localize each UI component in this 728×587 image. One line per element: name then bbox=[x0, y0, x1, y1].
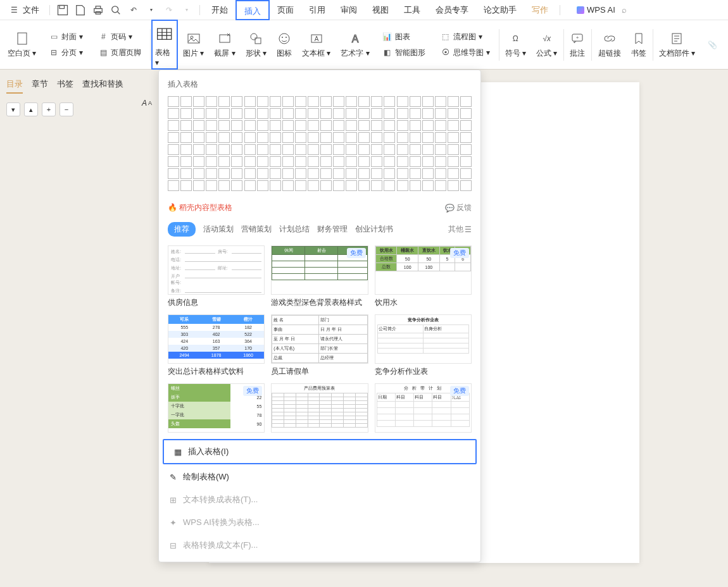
font-icon: A bbox=[142, 99, 147, 108]
tab-bookmark[interactable]: 书签 bbox=[57, 78, 73, 94]
pagenum-icon: # bbox=[98, 32, 108, 42]
template-card[interactable]: 产品费用预算表 bbox=[271, 383, 368, 433]
wordart-button[interactable]: A 艺术字 ▾ bbox=[336, 20, 374, 70]
equation-button[interactable]: √x 公式 ▾ bbox=[531, 20, 562, 70]
tab-find[interactable]: 查找和替换 bbox=[82, 78, 123, 94]
smartart-icon: ◧ bbox=[382, 47, 392, 58]
file-menu[interactable]: 文件 bbox=[23, 4, 39, 16]
cat-business[interactable]: 创业计划书 bbox=[355, 224, 393, 235]
flowchart-button[interactable]: ⬚流程图 ▾ bbox=[438, 30, 485, 44]
bookmark-button[interactable]: 书签 bbox=[626, 20, 651, 70]
pagenum-button[interactable]: #页码 ▾ bbox=[96, 30, 135, 44]
tab-toc[interactable]: 目录 bbox=[6, 78, 23, 94]
section-icon: ⊟ bbox=[49, 47, 59, 58]
template-card[interactable]: 可乐雪碧橙汁5552781823034025224241633644203571… bbox=[168, 314, 265, 377]
draw-table-option[interactable]: ✎ 绘制表格(W) bbox=[159, 466, 480, 488]
menu-icon[interactable]: ☰ bbox=[8, 4, 20, 16]
shape-label: 形状 ▾ bbox=[246, 48, 267, 59]
comment-button[interactable]: + 批注 bbox=[565, 20, 590, 70]
template-card[interactable]: 免费 饮用水桶装水直饮水饮水X²型合格数505056总数100100 饮用水 bbox=[375, 245, 472, 308]
undo-icon[interactable]: ↶ bbox=[127, 4, 140, 16]
cat-other[interactable]: 其他 ☰ bbox=[448, 224, 472, 235]
menu-page[interactable]: 页面 bbox=[270, 0, 301, 20]
template-card[interactable]: 姓 名部门事由日 月 年 日至 月 年 日请永代理人(本人写名)部门长管总裁总经… bbox=[271, 314, 368, 377]
collapse-up-icon[interactable]: ▴ bbox=[24, 102, 38, 116]
insert-table-option[interactable]: ▦ 插入表格(I) bbox=[163, 439, 477, 464]
cover-button[interactable]: ▭封面 ▾ bbox=[46, 30, 85, 44]
template-preview: 产品费用预算表 bbox=[271, 383, 368, 433]
template-preview: 姓名:房号: 电话: 地址:邮址: 开户帐号: 备注: bbox=[168, 245, 265, 295]
free-badge: 免费 bbox=[450, 386, 469, 396]
icon-label: 图标 bbox=[277, 48, 292, 59]
wps-ai-button[interactable]: WPS AI ⌕ bbox=[577, 5, 627, 15]
template-name: 供房信息 bbox=[168, 297, 265, 308]
menu-reference[interactable]: 引用 bbox=[301, 0, 333, 20]
free-badge: 免费 bbox=[347, 248, 366, 258]
collapse-down-icon[interactable]: ▾ bbox=[6, 102, 20, 116]
header-footer-button[interactable]: ▤页眉页脚 bbox=[96, 46, 144, 59]
template-card[interactable]: 免费 休闲射击797775516289841237545175604884140… bbox=[271, 245, 368, 308]
table-to-text-icon: ⊟ bbox=[168, 540, 178, 550]
template-card[interactable]: 免费 分 析 带 计 划日期科目科目科目汇总 bbox=[375, 383, 472, 433]
menu-view[interactable]: 视图 bbox=[365, 0, 396, 20]
symbol-button[interactable]: Ω 符号 ▾ bbox=[500, 20, 531, 70]
chart-button[interactable]: 📊图表 bbox=[380, 30, 413, 44]
wps-ai-label: WPS AI bbox=[587, 5, 615, 15]
search-icon[interactable]: ⌕ bbox=[622, 5, 627, 15]
menu-paper[interactable]: 论文助手 bbox=[476, 0, 524, 20]
font-indicator[interactable]: AA bbox=[142, 99, 152, 108]
undo-drop-icon[interactable]: ▾ bbox=[145, 4, 158, 16]
svg-point-9 bbox=[191, 36, 193, 39]
smartart-button[interactable]: ◧智能图形 bbox=[380, 46, 428, 59]
table-size-grid[interactable] bbox=[159, 94, 480, 197]
svg-point-13 bbox=[279, 34, 289, 44]
hyperlink-button[interactable]: 超链接 bbox=[593, 20, 626, 70]
add-button[interactable]: + bbox=[42, 102, 56, 116]
template-name: 游戏类型深色背景表格样式 bbox=[271, 297, 368, 308]
redo-drop-icon[interactable]: ▾ bbox=[180, 4, 193, 16]
menu-writing[interactable]: 写作 bbox=[524, 0, 556, 20]
feedback-link[interactable]: 💬 反馈 bbox=[445, 202, 472, 213]
template-card[interactable]: 免费 螺丝42扳手22十字批55一字批78头盔90 bbox=[168, 383, 265, 433]
template-card[interactable]: 姓名:房号: 电话: 地址:邮址: 开户帐号: 备注: 供房信息 bbox=[168, 245, 265, 308]
hyperlink-icon bbox=[602, 31, 617, 46]
section-button[interactable]: ⊟分页 ▾ bbox=[46, 46, 85, 59]
blank-page-button[interactable]: 空白页 ▾ bbox=[3, 20, 41, 70]
menu-insert[interactable]: 插入 bbox=[235, 0, 270, 20]
svg-point-14 bbox=[282, 37, 283, 38]
template-card[interactable]: 竞争分析作业表公司简介自身分析 竞争分析作业表 bbox=[375, 314, 472, 377]
cat-recommended[interactable]: 推荐 bbox=[168, 222, 196, 237]
remove-button[interactable]: − bbox=[60, 102, 73, 116]
preview-icon[interactable] bbox=[110, 4, 122, 16]
textbox-button[interactable]: A 文本框 ▾ bbox=[297, 20, 336, 70]
text-to-table-icon: ⊞ bbox=[168, 495, 178, 505]
doc-parts-button[interactable]: 文档部件 ▾ bbox=[654, 20, 700, 70]
cat-finance[interactable]: 财务管理 bbox=[317, 224, 348, 235]
screenshot-button[interactable]: 截屏 ▾ bbox=[209, 20, 240, 70]
ai-logo-icon bbox=[577, 6, 584, 14]
tab-chapter[interactable]: 章节 bbox=[32, 78, 48, 94]
attachment-button[interactable]: 📎 bbox=[700, 20, 725, 70]
table-to-text-option: ⊟ 表格转换成文本(F)... bbox=[159, 534, 480, 557]
menu-tools[interactable]: 工具 bbox=[396, 0, 428, 20]
shape-button[interactable]: 形状 ▾ bbox=[241, 20, 272, 70]
icon-button[interactable]: 图标 bbox=[272, 20, 297, 70]
blank-page-icon bbox=[15, 31, 30, 46]
menu-start[interactable]: 开始 bbox=[204, 0, 235, 20]
attachment-icon: 📎 bbox=[705, 37, 720, 53]
cat-plan[interactable]: 计划总结 bbox=[279, 224, 310, 235]
picture-button[interactable]: 图片 ▾ bbox=[178, 20, 209, 70]
table-label: 表格 ▾ bbox=[155, 47, 173, 67]
cat-event[interactable]: 活动策划 bbox=[203, 224, 234, 235]
save-icon[interactable] bbox=[56, 4, 69, 16]
redo-icon[interactable]: ↷ bbox=[163, 4, 175, 16]
export-icon[interactable] bbox=[74, 4, 87, 16]
cat-marketing[interactable]: 营销策划 bbox=[241, 224, 272, 235]
table-dropdown: 插入表格 🔥 稻壳内容型表格 💬 反馈 推荐 活动策划 营销策划 计划总结 财务… bbox=[158, 70, 481, 562]
mindmap-button[interactable]: ⦿思维导图 ▾ bbox=[438, 46, 493, 59]
menu-review[interactable]: 审阅 bbox=[333, 0, 365, 20]
print-icon[interactable] bbox=[92, 4, 104, 16]
table-button[interactable]: 表格 ▾ bbox=[151, 20, 177, 69]
free-badge: 免费 bbox=[243, 386, 262, 396]
menu-member[interactable]: 会员专享 bbox=[428, 0, 476, 20]
